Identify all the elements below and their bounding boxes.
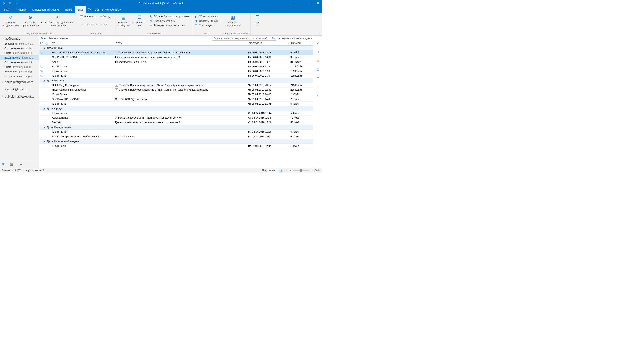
message-from: Юрий Палюх bbox=[51, 112, 115, 115]
mail-nav-icon[interactable]: ✉ bbox=[2, 162, 5, 167]
view-reading-icon[interactable]: ▭ bbox=[283, 169, 288, 172]
window-button[interactable]: ❐ Окно ▾ bbox=[252, 13, 263, 26]
sidebar-account[interactable]: ▷kvadrik@mail.ru bbox=[0, 86, 39, 93]
qat-sendreceive-icon[interactable]: ⟳ bbox=[2, 1, 6, 5]
search-scope[interactable]: из текущего почтового ящика▾ bbox=[278, 37, 312, 40]
down-arrow-icon[interactable]: ↓ bbox=[317, 93, 318, 97]
zoom-level: 100 % bbox=[314, 169, 320, 172]
tab-view[interactable]: Вид bbox=[75, 6, 86, 13]
icon-columns[interactable]: ! 🗋 📎 bbox=[40, 41, 51, 45]
reset-view-button[interactable]: ↶ Восстановить представление по умолчани… bbox=[40, 13, 76, 27]
message-date: Чт 05.04.2018 14:08 bbox=[248, 98, 290, 100]
up-arrow-icon[interactable]: ↑ bbox=[317, 85, 318, 88]
message-row[interactable]: Apple Представляем новый iPad. Пт 06.04.… bbox=[40, 60, 313, 64]
filter-unread[interactable]: Непрочитанные bbox=[48, 37, 68, 40]
sidebar-account[interactable]: ▷paluh.ui@gmail.com bbox=[0, 78, 39, 86]
sidebar-folder[interactable]: Спам - kvadrik@mail.ru bbox=[0, 64, 39, 69]
message-row[interactable]: ŠKODA AUTO РОССИЯ ŠKODA KODIAQ стал ближ… bbox=[40, 97, 313, 101]
group-header[interactable]: ◢Дата: На прошлой неделе bbox=[40, 139, 313, 144]
search-box[interactable]: 🔍 bbox=[212, 36, 276, 41]
zoom-in-icon[interactable]: + bbox=[310, 169, 312, 172]
collapse-ribbon-icon[interactable]: ⌃ bbox=[318, 32, 320, 35]
zoom-slider[interactable] bbox=[293, 170, 309, 171]
message-row[interactable]: Юрий Палюх Чт 05.04.2018 18:45 2 Кбайт bbox=[40, 92, 313, 97]
delete-icon[interactable]: ✕ bbox=[316, 42, 319, 45]
message-row[interactable]: Бумбэйт Где хорошо отдохнуть с детьми и … bbox=[40, 120, 313, 125]
envelope-flag-icon[interactable]: ✉ bbox=[316, 59, 319, 63]
group-header[interactable]: ◢Дата: Понедельник bbox=[40, 125, 313, 130]
change-view-button[interactable]: ↺ Изменить представление ▾ bbox=[1, 13, 20, 29]
action-rail: ✕ ✉ ✉ ⎘ ⚑ ↑ ↓ bbox=[313, 35, 322, 168]
arrange-by-button[interactable]: ☰ Упорядочить по ▾ bbox=[131, 13, 148, 29]
message-row[interactable]: Юрий Палюх Вс 01.04.2018 12:44 1 Кбайт bbox=[40, 144, 313, 148]
maximize-button[interactable]: ❐ bbox=[306, 0, 314, 6]
close-button[interactable]: ✕ bbox=[314, 0, 322, 6]
people-pane-button[interactable]: ▦ Область пользователей ▾ bbox=[224, 13, 242, 29]
flag-icon[interactable]: ⚑ bbox=[316, 76, 319, 80]
todo-icon: ☑ bbox=[194, 24, 198, 27]
group-header[interactable]: ◢Дата: Среда bbox=[40, 106, 313, 111]
message-row[interactable]: Hotel Alsey Krasnoyarsk ★Спасибо! Ваше б… bbox=[40, 83, 313, 88]
sidebar-folder[interactable]: Входящие - palyukh.yi@… bbox=[0, 69, 39, 74]
sidebar-folder[interactable]: Отправленные - kvadrik… bbox=[0, 60, 39, 64]
message-row[interactable]: КОГКУ Центр Комплексного обеспечения Re:… bbox=[40, 134, 313, 139]
message-row[interactable]: Юрий Палюх Ср 04.04.2018 19:44 5 Кбайт bbox=[40, 111, 313, 116]
zoom-out-icon[interactable]: − bbox=[290, 169, 291, 172]
tab-home[interactable]: Главная bbox=[14, 6, 29, 13]
add-columns-button[interactable]: ▥ Добавить столбцы bbox=[148, 19, 191, 23]
search-icon[interactable]: 🔍 bbox=[271, 37, 276, 40]
tab-sendreceive[interactable]: Отправка и получение bbox=[29, 6, 62, 13]
message-from: Hotel Alsey Krasnoyarsk bbox=[51, 84, 115, 87]
group-header[interactable]: ◢Дата: Четверг bbox=[40, 78, 313, 83]
tab-folder[interactable]: Папка bbox=[62, 6, 75, 13]
column-from[interactable]: ОТ bbox=[51, 41, 115, 45]
ribbon-display-options-icon[interactable]: ▭ bbox=[290, 0, 298, 6]
mark-read-icon[interactable]: ✉ bbox=[316, 50, 319, 54]
filter-all[interactable]: Все bbox=[41, 37, 46, 40]
search-input[interactable] bbox=[212, 37, 271, 40]
tell-me[interactable]: Что вы хотите сделать? bbox=[86, 6, 123, 13]
gear-icon: ⚙ bbox=[27, 14, 34, 21]
message-row[interactable]: 📎 Hilton Garden Inn Krasnoyarsk via Book… bbox=[40, 50, 313, 55]
sidebar-folder[interactable]: Отправленные - paluh… bbox=[0, 46, 39, 51]
qat-dropdown-icon[interactable]: ▾ bbox=[14, 1, 18, 5]
chevron-up-icon[interactable]: ⌃ bbox=[36, 37, 38, 40]
expand-collapse-button[interactable]: ＋ Развернуть или свернуть ▾ bbox=[148, 23, 191, 27]
reverse-sort-button[interactable]: ⇅ Обратный порядок сортировки bbox=[148, 14, 191, 19]
message-row[interactable]: 📎 Юрий Палюх Пт 06.04.2018 9:39 102 Кбай… bbox=[40, 69, 313, 74]
sidebar-folder[interactable]: Спам - paluh.ui@gmail.c… bbox=[0, 51, 39, 55]
more-nav-icon[interactable]: ⋯ bbox=[18, 162, 22, 167]
view-settings-button[interactable]: ⚙ Настройка представления bbox=[20, 13, 40, 27]
message-row[interactable]: 📎 Юрий Палюх Пт 06.04.2018 9:39 109 Кбай… bbox=[40, 74, 313, 78]
view-normal-icon[interactable]: ▯ bbox=[279, 169, 283, 172]
message-size: 70 Кбайт bbox=[290, 116, 310, 119]
message-from: Юрий Палюх bbox=[51, 102, 115, 105]
message-row[interactable]: СБЕРБАНК РОССИИ Юрий Иванович, автомобил… bbox=[40, 55, 313, 60]
sidebar-folder[interactable]: Отправленные - palyuk… bbox=[0, 74, 39, 78]
group-header[interactable]: ◢Дата: Вчера bbox=[40, 46, 313, 50]
reading-pane-button[interactable]: ◨ Область чтения▾ bbox=[194, 19, 221, 23]
todo-bar-button[interactable]: ☑ Список дел▾ bbox=[194, 23, 216, 27]
message-row[interactable]: Hilton Garden Inn Krasnoyarsk ★Спасибо! … bbox=[40, 88, 313, 92]
folder-pane-button[interactable]: ◧ Область папок▾ bbox=[194, 14, 219, 19]
calendar-nav-icon[interactable]: ▦ bbox=[10, 162, 13, 167]
tab-file[interactable]: Файл bbox=[0, 6, 14, 13]
favorites-header[interactable]: ◢Избранное ⌃ bbox=[0, 35, 39, 41]
message-row[interactable]: 📎 Юрий Палюх Пт 06.04.2018 9:39 103 Кбай… bbox=[40, 64, 313, 69]
message-row[interactable]: Юрий Палюх Чт 05.04.2018 11:36 6 Кбайт bbox=[40, 101, 313, 106]
message-date: Пт 06.04.2018 22:18 bbox=[248, 51, 290, 54]
message-row[interactable]: Юрий Палюх Пн 02.04.2018 18:26 6 Кбайт bbox=[40, 130, 313, 134]
column-received[interactable]: ПОЛУЧЕНО ▾ bbox=[248, 41, 290, 45]
qat-print-icon[interactable]: 🖶 bbox=[8, 1, 12, 5]
column-size[interactable]: РАЗМЕР bbox=[290, 41, 310, 45]
sidebar-folder[interactable]: Входящие 1 - kvadrik… bbox=[0, 55, 39, 60]
column-subject[interactable]: ТЕМА bbox=[115, 41, 248, 45]
sidebar-folder[interactable]: Входящие - paluh.ui@g… bbox=[0, 41, 39, 46]
sidebar-account[interactable]: ▷palyukh.yi@ako.kir… bbox=[0, 93, 39, 100]
move-icon[interactable]: ⎘ bbox=[317, 67, 319, 71]
sort-icon: ⇅ bbox=[149, 15, 152, 18]
minimize-button[interactable]: — bbox=[298, 0, 306, 6]
show-as-conversations-checkbox[interactable]: Показывать как беседы bbox=[79, 15, 113, 19]
message-preview-button[interactable]: ▤ Просмотр сообщения ▾ bbox=[116, 13, 131, 29]
message-row[interactable]: Aeroflot Bonus Апрельские предложения па… bbox=[40, 116, 313, 120]
